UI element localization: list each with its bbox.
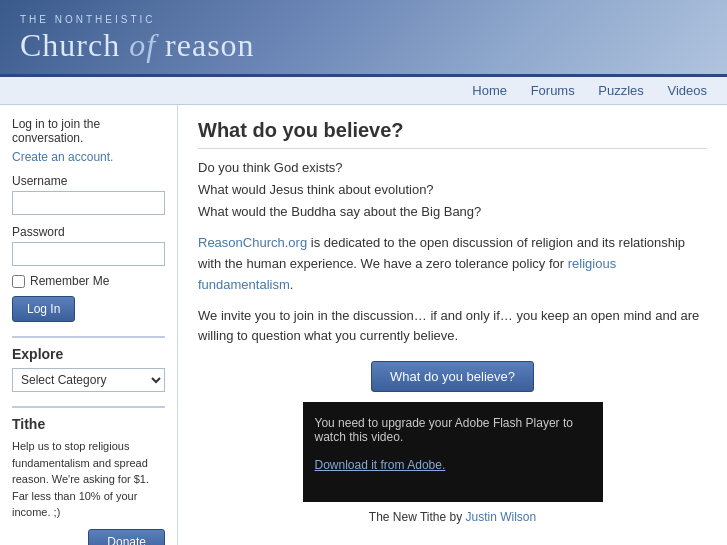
- explore-section: Explore Select Category Religion Evoluti…: [12, 336, 165, 392]
- question-3: What would the Buddha say about the Big …: [198, 201, 707, 223]
- flash-caption: The New Tithe by Justin Wilson: [198, 510, 707, 524]
- question-2: What would Jesus think about evolution?: [198, 179, 707, 201]
- main-layout: Log in to join the conversation. Create …: [0, 105, 727, 545]
- caption-text: The New Tithe by: [369, 510, 466, 524]
- remember-me-row: Remember Me: [12, 274, 165, 288]
- nav-puzzles[interactable]: Puzzles: [598, 83, 644, 98]
- header-subtitle: The Nontheistic: [20, 14, 707, 25]
- navigation-bar: Home Forums Puzzles Videos: [0, 77, 727, 105]
- content-questions: Do you think God exists? What would Jesu…: [198, 157, 707, 223]
- flash-player-box: You need to upgrade your Adobe Flash Pla…: [303, 402, 603, 502]
- sidebar: Log in to join the conversation. Create …: [0, 105, 178, 545]
- main-content: What do you believe? Do you think God ex…: [178, 105, 727, 545]
- believe-button[interactable]: What do you believe?: [371, 361, 534, 392]
- login-prompt: Log in to join the conversation.: [12, 117, 165, 145]
- nav-videos[interactable]: Videos: [667, 83, 707, 98]
- title-of: of: [129, 27, 156, 63]
- nav-forums[interactable]: Forums: [531, 83, 575, 98]
- content-body: ReasonChurch.org is dedicated to the ope…: [198, 233, 707, 295]
- remember-me-label: Remember Me: [30, 274, 109, 288]
- category-select-wrapper: Select Category Religion Evolution Scien…: [12, 368, 165, 392]
- title-church: Church: [20, 27, 129, 63]
- question-1: Do you think God exists?: [198, 157, 707, 179]
- flash-download-link[interactable]: Download it from Adobe.: [315, 458, 446, 472]
- title-reason: reason: [156, 27, 255, 63]
- reasonchurch-link[interactable]: ReasonChurch.org: [198, 235, 307, 250]
- login-button[interactable]: Log In: [12, 296, 75, 322]
- believe-button-wrapper: What do you believe?: [198, 361, 707, 392]
- nav-home[interactable]: Home: [472, 83, 507, 98]
- tithe-section: Tithe Help us to stop religious fundamen…: [12, 406, 165, 545]
- content-invite: We invite you to join in the discussion……: [198, 306, 707, 348]
- caption-author-link[interactable]: Justin Wilson: [466, 510, 537, 524]
- username-label: Username: [12, 174, 165, 188]
- remember-me-checkbox[interactable]: [12, 275, 25, 288]
- donate-button[interactable]: Donate: [88, 529, 165, 546]
- site-header: The Nontheistic Church of reason: [0, 0, 727, 77]
- content-heading: What do you believe?: [198, 119, 707, 149]
- create-account-link[interactable]: Create an account.: [12, 150, 113, 164]
- tithe-title: Tithe: [12, 416, 165, 432]
- category-select[interactable]: Select Category Religion Evolution Scien…: [12, 368, 165, 392]
- username-input[interactable]: [12, 191, 165, 215]
- body-text-end: .: [290, 277, 294, 292]
- flash-message: You need to upgrade your Adobe Flash Pla…: [315, 416, 573, 444]
- header-title: Church of reason: [20, 27, 707, 64]
- explore-title: Explore: [12, 346, 165, 362]
- password-input[interactable]: [12, 242, 165, 266]
- tithe-text: Help us to stop religious fundamentalism…: [12, 438, 165, 521]
- password-label: Password: [12, 225, 165, 239]
